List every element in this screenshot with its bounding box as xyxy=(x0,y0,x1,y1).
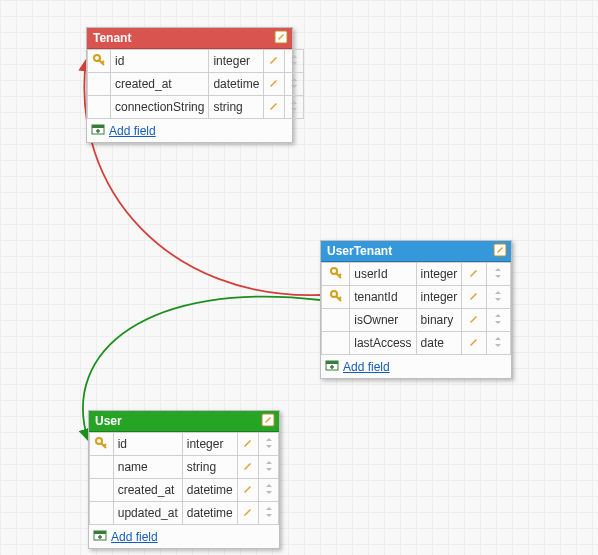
table-title: UserTenant xyxy=(327,244,493,258)
primary-key-icon xyxy=(94,436,108,453)
primary-key-icon xyxy=(329,289,343,306)
pencil-icon[interactable] xyxy=(468,336,480,351)
table-header[interactable]: UserTenant xyxy=(321,241,511,262)
reorder-icon[interactable] xyxy=(493,267,503,282)
field-type: datetime xyxy=(182,502,237,525)
field-row[interactable]: updated_at datetime xyxy=(90,502,279,525)
field-row[interactable]: created_at datetime xyxy=(90,479,279,502)
erd-canvas: Tenant id integer created_at datetime xyxy=(0,0,598,555)
add-field-link[interactable]: Add field xyxy=(343,360,390,374)
table-body: id integer name string created_at dateti… xyxy=(89,432,279,548)
field-name: isOwner xyxy=(350,309,416,332)
field-type: string xyxy=(209,96,264,119)
reorder-icon[interactable] xyxy=(264,460,274,475)
field-type: datetime xyxy=(182,479,237,502)
add-field-icon xyxy=(93,528,107,545)
reorder-icon[interactable] xyxy=(289,77,299,92)
table-usertenant[interactable]: UserTenant userId integer tenantId integ… xyxy=(320,240,512,379)
primary-key-icon xyxy=(329,266,343,283)
primary-key-icon xyxy=(92,53,106,70)
field-name: name xyxy=(113,456,182,479)
field-row[interactable]: id integer xyxy=(90,433,279,456)
field-type: integer xyxy=(416,263,462,286)
add-field-link[interactable]: Add field xyxy=(111,530,158,544)
svg-rect-3 xyxy=(92,125,104,128)
table-header[interactable]: User xyxy=(89,411,279,432)
add-field-link[interactable]: Add field xyxy=(109,124,156,138)
pencil-icon[interactable] xyxy=(242,483,254,498)
add-field-icon xyxy=(325,358,339,375)
field-name: lastAccess xyxy=(350,332,416,355)
reorder-icon[interactable] xyxy=(264,437,274,452)
field-row[interactable]: isOwner binary xyxy=(322,309,511,332)
reorder-icon[interactable] xyxy=(289,54,299,69)
field-type: integer xyxy=(209,50,264,73)
field-row[interactable]: created_at datetime xyxy=(88,73,304,96)
table-body: userId integer tenantId integer isOwner … xyxy=(321,262,511,378)
field-row[interactable]: userId integer xyxy=(322,263,511,286)
field-row[interactable]: lastAccess date xyxy=(322,332,511,355)
field-name: tenantId xyxy=(350,286,416,309)
pencil-icon[interactable] xyxy=(242,437,254,452)
field-name: id xyxy=(113,433,182,456)
add-field-row[interactable]: Add field xyxy=(321,355,511,378)
pencil-icon[interactable] xyxy=(268,77,280,92)
reorder-icon[interactable] xyxy=(289,100,299,115)
reorder-icon[interactable] xyxy=(264,506,274,521)
pencil-icon[interactable] xyxy=(468,290,480,305)
field-name: created_at xyxy=(113,479,182,502)
reorder-icon[interactable] xyxy=(493,336,503,351)
pencil-icon[interactable] xyxy=(468,313,480,328)
reorder-icon[interactable] xyxy=(493,313,503,328)
field-name: updated_at xyxy=(113,502,182,525)
table-header[interactable]: Tenant xyxy=(87,28,292,49)
reorder-icon[interactable] xyxy=(493,290,503,305)
pencil-icon[interactable] xyxy=(468,267,480,282)
edit-table-icon[interactable] xyxy=(261,413,275,430)
svg-rect-12 xyxy=(94,531,106,534)
field-row[interactable]: connectionString string xyxy=(88,96,304,119)
field-type: datetime xyxy=(209,73,264,96)
pencil-icon[interactable] xyxy=(268,100,280,115)
field-type: string xyxy=(182,456,237,479)
table-tenant[interactable]: Tenant id integer created_at datetime xyxy=(86,27,293,143)
field-row[interactable]: id integer xyxy=(88,50,304,73)
add-field-row[interactable]: Add field xyxy=(89,525,279,548)
edit-table-icon[interactable] xyxy=(493,243,507,260)
field-type: date xyxy=(416,332,462,355)
add-field-icon xyxy=(91,122,105,139)
field-type: integer xyxy=(182,433,237,456)
field-type: binary xyxy=(416,309,462,332)
table-title: User xyxy=(95,414,261,428)
field-name: created_at xyxy=(111,73,209,96)
table-user[interactable]: User id integer name string xyxy=(88,410,280,549)
field-type: integer xyxy=(416,286,462,309)
edit-table-icon[interactable] xyxy=(274,30,288,47)
field-name: userId xyxy=(350,263,416,286)
reorder-icon[interactable] xyxy=(264,483,274,498)
field-name: connectionString xyxy=(111,96,209,119)
field-name: id xyxy=(111,50,209,73)
pencil-icon[interactable] xyxy=(242,506,254,521)
add-field-row[interactable]: Add field xyxy=(87,119,292,142)
svg-rect-8 xyxy=(326,361,338,364)
field-row[interactable]: name string xyxy=(90,456,279,479)
table-body: id integer created_at datetime connectio… xyxy=(87,49,292,142)
pencil-icon[interactable] xyxy=(242,460,254,475)
field-row[interactable]: tenantId integer xyxy=(322,286,511,309)
table-title: Tenant xyxy=(93,31,274,45)
pencil-icon[interactable] xyxy=(268,54,280,69)
